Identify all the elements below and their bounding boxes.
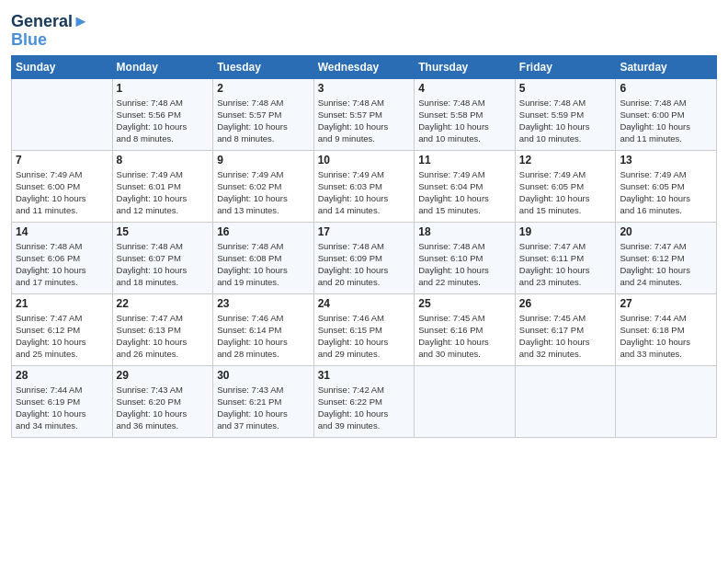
calendar-day-cell: 7Sunrise: 7:49 AM Sunset: 6:00 PM Daylig… bbox=[12, 150, 113, 222]
day-info: Sunrise: 7:49 AM Sunset: 6:05 PM Dayligh… bbox=[620, 168, 712, 217]
calendar-day-cell: 19Sunrise: 7:47 AM Sunset: 6:11 PM Dayli… bbox=[515, 222, 616, 293]
day-info: Sunrise: 7:48 AM Sunset: 6:10 PM Dayligh… bbox=[418, 240, 511, 289]
day-info: Sunrise: 7:48 AM Sunset: 5:57 PM Dayligh… bbox=[318, 97, 411, 145]
calendar-day-cell: 4Sunrise: 7:48 AM Sunset: 5:58 PM Daylig… bbox=[415, 78, 516, 150]
calendar-day-cell: 20Sunrise: 7:47 AM Sunset: 6:12 PM Dayli… bbox=[616, 222, 717, 293]
day-info: Sunrise: 7:42 AM Sunset: 6:22 PM Dayligh… bbox=[318, 384, 411, 432]
day-info: Sunrise: 7:49 AM Sunset: 6:02 PM Dayligh… bbox=[217, 168, 310, 217]
header: General► Blue bbox=[11, 9, 717, 50]
calendar-week-row: 7Sunrise: 7:49 AM Sunset: 6:00 PM Daylig… bbox=[12, 150, 717, 222]
day-number: 9 bbox=[217, 154, 310, 167]
calendar-day-cell: 8Sunrise: 7:49 AM Sunset: 6:01 PM Daylig… bbox=[112, 150, 213, 222]
logo: General► Blue bbox=[11, 13, 89, 50]
day-info: Sunrise: 7:43 AM Sunset: 6:21 PM Dayligh… bbox=[217, 384, 310, 432]
day-number: 25 bbox=[418, 297, 511, 310]
day-info: Sunrise: 7:49 AM Sunset: 6:00 PM Dayligh… bbox=[16, 168, 108, 217]
calendar-day-cell: 27Sunrise: 7:44 AM Sunset: 6:18 PM Dayli… bbox=[616, 293, 717, 365]
day-number: 23 bbox=[217, 297, 310, 310]
day-number: 29 bbox=[117, 369, 210, 382]
day-info: Sunrise: 7:49 AM Sunset: 6:01 PM Dayligh… bbox=[117, 168, 210, 217]
calendar-table: SundayMondayTuesdayWednesdayThursdayFrid… bbox=[11, 55, 717, 438]
calendar-day-cell bbox=[515, 365, 616, 437]
day-number: 15 bbox=[117, 225, 210, 238]
calendar-day-cell bbox=[415, 365, 516, 437]
weekday-header-cell: Friday bbox=[515, 55, 616, 78]
day-number: 11 bbox=[418, 154, 511, 167]
calendar-day-cell: 31Sunrise: 7:42 AM Sunset: 6:22 PM Dayli… bbox=[313, 365, 415, 437]
calendar-day-cell: 3Sunrise: 7:48 AM Sunset: 5:57 PM Daylig… bbox=[313, 78, 415, 150]
day-info: Sunrise: 7:48 AM Sunset: 5:56 PM Dayligh… bbox=[117, 97, 210, 145]
day-number: 22 bbox=[117, 297, 210, 310]
calendar-day-cell: 1Sunrise: 7:48 AM Sunset: 5:56 PM Daylig… bbox=[112, 78, 213, 150]
calendar-day-cell bbox=[616, 365, 717, 437]
calendar-day-cell: 30Sunrise: 7:43 AM Sunset: 6:21 PM Dayli… bbox=[213, 365, 314, 437]
calendar-day-cell: 17Sunrise: 7:48 AM Sunset: 6:09 PM Dayli… bbox=[313, 222, 415, 293]
calendar-day-cell: 9Sunrise: 7:49 AM Sunset: 6:02 PM Daylig… bbox=[213, 150, 314, 222]
day-number: 18 bbox=[418, 225, 511, 238]
calendar-day-cell: 5Sunrise: 7:48 AM Sunset: 5:59 PM Daylig… bbox=[515, 78, 616, 150]
weekday-header-cell: Monday bbox=[112, 55, 213, 78]
calendar-day-cell: 11Sunrise: 7:49 AM Sunset: 6:04 PM Dayli… bbox=[415, 150, 516, 222]
day-info: Sunrise: 7:48 AM Sunset: 6:00 PM Dayligh… bbox=[620, 97, 712, 145]
calendar-day-cell: 2Sunrise: 7:48 AM Sunset: 5:57 PM Daylig… bbox=[213, 78, 314, 150]
day-number: 6 bbox=[620, 82, 712, 95]
day-info: Sunrise: 7:46 AM Sunset: 6:14 PM Dayligh… bbox=[217, 312, 310, 361]
day-info: Sunrise: 7:48 AM Sunset: 6:06 PM Dayligh… bbox=[16, 240, 108, 289]
calendar-day-cell: 23Sunrise: 7:46 AM Sunset: 6:14 PM Dayli… bbox=[213, 293, 314, 365]
day-info: Sunrise: 7:48 AM Sunset: 5:59 PM Dayligh… bbox=[519, 97, 612, 145]
calendar-day-cell: 22Sunrise: 7:47 AM Sunset: 6:13 PM Dayli… bbox=[112, 293, 213, 365]
day-info: Sunrise: 7:45 AM Sunset: 6:16 PM Dayligh… bbox=[418, 312, 511, 361]
day-info: Sunrise: 7:49 AM Sunset: 6:03 PM Dayligh… bbox=[318, 168, 411, 217]
day-info: Sunrise: 7:43 AM Sunset: 6:20 PM Dayligh… bbox=[117, 384, 210, 432]
day-info: Sunrise: 7:45 AM Sunset: 6:17 PM Dayligh… bbox=[519, 312, 612, 361]
calendar-day-cell: 21Sunrise: 7:47 AM Sunset: 6:12 PM Dayli… bbox=[12, 293, 113, 365]
day-info: Sunrise: 7:48 AM Sunset: 6:08 PM Dayligh… bbox=[217, 240, 310, 289]
calendar-day-cell: 15Sunrise: 7:48 AM Sunset: 6:07 PM Dayli… bbox=[112, 222, 213, 293]
day-number: 7 bbox=[16, 154, 108, 167]
calendar-week-row: 1Sunrise: 7:48 AM Sunset: 5:56 PM Daylig… bbox=[12, 78, 717, 150]
day-number: 10 bbox=[318, 154, 411, 167]
day-number: 13 bbox=[620, 154, 712, 167]
day-number: 27 bbox=[620, 297, 712, 310]
calendar-day-cell: 28Sunrise: 7:44 AM Sunset: 6:19 PM Dayli… bbox=[12, 365, 113, 437]
weekday-header-cell: Sunday bbox=[12, 55, 113, 78]
weekday-header-row: SundayMondayTuesdayWednesdayThursdayFrid… bbox=[12, 55, 717, 78]
calendar-day-cell: 25Sunrise: 7:45 AM Sunset: 6:16 PM Dayli… bbox=[415, 293, 516, 365]
weekday-header-cell: Thursday bbox=[415, 55, 516, 78]
day-info: Sunrise: 7:49 AM Sunset: 6:05 PM Dayligh… bbox=[519, 168, 612, 217]
day-number: 28 bbox=[16, 369, 108, 382]
day-info: Sunrise: 7:47 AM Sunset: 6:12 PM Dayligh… bbox=[16, 312, 108, 361]
day-info: Sunrise: 7:48 AM Sunset: 5:58 PM Dayligh… bbox=[418, 97, 511, 145]
weekday-header-cell: Tuesday bbox=[213, 55, 314, 78]
calendar-day-cell: 26Sunrise: 7:45 AM Sunset: 6:17 PM Dayli… bbox=[515, 293, 616, 365]
calendar-day-cell: 16Sunrise: 7:48 AM Sunset: 6:08 PM Dayli… bbox=[213, 222, 314, 293]
calendar-day-cell: 29Sunrise: 7:43 AM Sunset: 6:20 PM Dayli… bbox=[112, 365, 213, 437]
calendar-day-cell: 24Sunrise: 7:46 AM Sunset: 6:15 PM Dayli… bbox=[313, 293, 415, 365]
day-number: 17 bbox=[318, 225, 411, 238]
calendar-day-cell: 10Sunrise: 7:49 AM Sunset: 6:03 PM Dayli… bbox=[313, 150, 415, 222]
day-number: 5 bbox=[519, 82, 612, 95]
day-info: Sunrise: 7:47 AM Sunset: 6:12 PM Dayligh… bbox=[620, 240, 712, 289]
day-number: 1 bbox=[117, 82, 210, 95]
day-info: Sunrise: 7:48 AM Sunset: 6:09 PM Dayligh… bbox=[318, 240, 411, 289]
day-number: 20 bbox=[620, 225, 712, 238]
day-info: Sunrise: 7:48 AM Sunset: 6:07 PM Dayligh… bbox=[117, 240, 210, 289]
weekday-header-cell: Saturday bbox=[616, 55, 717, 78]
logo-blue: Blue bbox=[11, 31, 89, 50]
calendar-week-row: 14Sunrise: 7:48 AM Sunset: 6:06 PM Dayli… bbox=[12, 222, 717, 293]
calendar-day-cell: 13Sunrise: 7:49 AM Sunset: 6:05 PM Dayli… bbox=[616, 150, 717, 222]
calendar-day-cell: 14Sunrise: 7:48 AM Sunset: 6:06 PM Dayli… bbox=[12, 222, 113, 293]
day-info: Sunrise: 7:47 AM Sunset: 6:13 PM Dayligh… bbox=[117, 312, 210, 361]
day-info: Sunrise: 7:47 AM Sunset: 6:11 PM Dayligh… bbox=[519, 240, 612, 289]
day-number: 30 bbox=[217, 369, 310, 382]
calendar-day-cell: 12Sunrise: 7:49 AM Sunset: 6:05 PM Dayli… bbox=[515, 150, 616, 222]
day-number: 19 bbox=[519, 225, 612, 238]
calendar-day-cell: 6Sunrise: 7:48 AM Sunset: 6:00 PM Daylig… bbox=[616, 78, 717, 150]
day-info: Sunrise: 7:49 AM Sunset: 6:04 PM Dayligh… bbox=[418, 168, 511, 217]
day-info: Sunrise: 7:46 AM Sunset: 6:15 PM Dayligh… bbox=[318, 312, 411, 361]
day-number: 8 bbox=[117, 154, 210, 167]
calendar-week-row: 28Sunrise: 7:44 AM Sunset: 6:19 PM Dayli… bbox=[12, 365, 717, 437]
day-number: 4 bbox=[418, 82, 511, 95]
day-info: Sunrise: 7:48 AM Sunset: 5:57 PM Dayligh… bbox=[217, 97, 310, 145]
day-number: 16 bbox=[217, 225, 310, 238]
